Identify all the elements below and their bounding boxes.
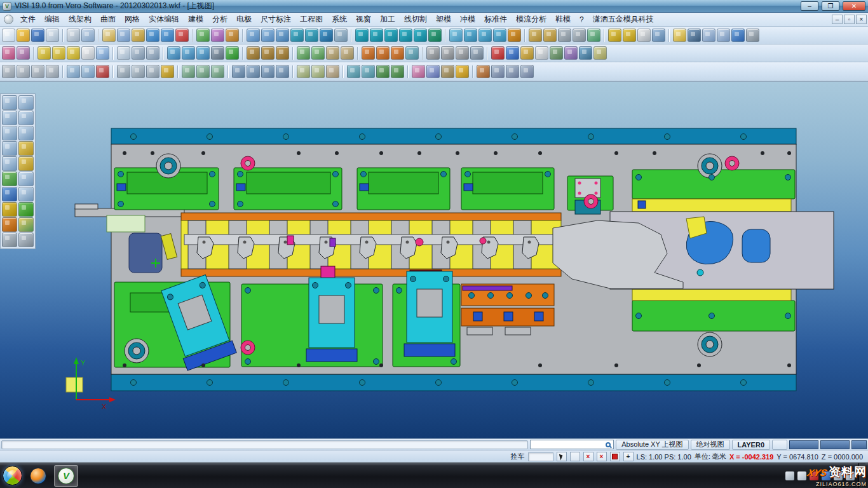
update-tray-icon[interactable] <box>822 471 831 480</box>
heal-geometry-icon[interactable] <box>376 65 390 78</box>
standard-screw-icon[interactable] <box>426 46 440 60</box>
render-icon[interactable] <box>456 65 469 78</box>
mold-cavity-icon[interactable] <box>297 46 310 60</box>
electrode-icon[interactable] <box>2 46 15 60</box>
search-box[interactable] <box>530 440 614 449</box>
erase-icon[interactable] <box>18 126 34 140</box>
absolute-view-button[interactable]: 绝对视图 <box>691 440 730 450</box>
menu-item-5[interactable]: 实体编辑 <box>144 12 184 27</box>
start-button[interactable] <box>3 466 22 485</box>
face-move-icon[interactable] <box>31 65 44 78</box>
standard-spring-icon[interactable] <box>456 46 469 60</box>
measure-icon[interactable] <box>608 29 621 42</box>
delete-icon[interactable] <box>175 29 189 42</box>
menu-item-9[interactable]: 尺寸标注 <box>256 12 295 27</box>
boss-icon[interactable] <box>261 65 275 78</box>
menu-item-18[interactable]: 模流分析 <box>512 12 551 27</box>
shaded-view-icon[interactable] <box>320 29 333 42</box>
blank-status-cell[interactable] <box>772 440 787 450</box>
warp-analysis-icon[interactable] <box>520 46 534 60</box>
view-manager-icon[interactable] <box>652 29 665 42</box>
detail-view-icon[interactable] <box>146 46 159 60</box>
select-arrow-icon[interactable] <box>2 156 17 171</box>
library-icon[interactable] <box>564 46 578 60</box>
pan-view-icon[interactable] <box>290 29 304 42</box>
menu-item-4[interactable]: 网格 <box>120 12 144 27</box>
menu-item-0[interactable]: 文件 <box>16 12 40 27</box>
balloon-icon[interactable] <box>96 46 109 60</box>
select-cursor-icon[interactable] <box>557 452 567 461</box>
new-document-icon[interactable] <box>2 29 15 42</box>
mold-core-icon[interactable] <box>311 46 325 60</box>
rotate-view-icon[interactable] <box>305 29 318 42</box>
flow-analysis-icon[interactable] <box>491 46 505 60</box>
menu-item-8[interactable]: 电极 <box>232 12 256 27</box>
boolean-subtract-icon[interactable] <box>573 29 586 42</box>
pocket-icon[interactable] <box>247 65 260 78</box>
mdi-restore-button[interactable]: ▫ <box>844 15 855 24</box>
angular-dimension-icon[interactable] <box>52 46 65 60</box>
background-icon[interactable] <box>688 29 701 42</box>
export-icon[interactable] <box>593 46 607 60</box>
body-scale-icon[interactable] <box>117 65 130 78</box>
pin-icon[interactable] <box>18 233 34 247</box>
hole-wizard-icon[interactable] <box>232 65 245 78</box>
edge-fillet-icon[interactable] <box>67 65 80 78</box>
open-folder-icon[interactable] <box>17 29 30 42</box>
maximize-button[interactable]: ❐ <box>822 1 839 11</box>
lock-ucs-icon[interactable] <box>2 202 17 217</box>
draft-icon[interactable] <box>196 65 210 78</box>
snap-value-field[interactable] <box>528 452 553 461</box>
cad-viewport[interactable]: Y X <box>0 81 868 438</box>
drilling-icon[interactable] <box>211 46 224 60</box>
finishing-icon[interactable] <box>196 46 210 60</box>
face-delete-icon[interactable] <box>17 65 30 78</box>
arc-icon[interactable] <box>399 29 412 42</box>
face-edit-icon[interactable] <box>2 65 15 78</box>
menu-item-14[interactable]: 线切割 <box>400 12 431 27</box>
cancel-cross-icon[interactable]: × <box>583 452 593 461</box>
database-icon[interactable] <box>550 46 563 60</box>
print-preview-icon[interactable] <box>81 29 95 42</box>
ruled-surface-icon[interactable] <box>464 29 477 42</box>
command-prompt-field[interactable] <box>1 440 528 449</box>
undo-icon[interactable] <box>146 29 159 42</box>
thread-icon[interactable] <box>276 65 289 78</box>
move-body-icon[interactable] <box>506 65 519 78</box>
wire-profile-icon[interactable] <box>261 46 275 60</box>
menu-item-15[interactable]: 塑模 <box>431 12 456 27</box>
doc-info-icon[interactable] <box>18 172 34 186</box>
taskbar-visi-button[interactable]: V <box>54 465 78 487</box>
surface-patch-icon[interactable] <box>18 156 34 171</box>
menu-item-13[interactable]: 加工 <box>376 12 400 27</box>
menu-item-11[interactable]: 系统 <box>327 12 351 27</box>
measure-distance-icon[interactable] <box>2 126 17 140</box>
rectangle-icon[interactable] <box>414 29 427 42</box>
menu-item-20[interactable]: ? <box>575 13 588 26</box>
menu-item-6[interactable]: 建模 <box>184 12 208 27</box>
note-text-icon[interactable] <box>81 46 95 60</box>
body-split-icon[interactable] <box>161 65 174 78</box>
menu-item-3[interactable]: 曲面 <box>96 12 120 27</box>
linear-dimension-icon[interactable] <box>37 46 51 60</box>
circle-icon[interactable] <box>384 29 398 42</box>
wire-4axis-icon[interactable] <box>276 46 289 60</box>
die-set-icon[interactable] <box>391 46 404 60</box>
menu-item-7[interactable]: 分析 <box>208 12 232 27</box>
trimmed-surface-icon[interactable] <box>508 29 521 42</box>
menu-item-2[interactable]: 线架构 <box>64 12 96 27</box>
suppress-icon[interactable] <box>326 65 339 78</box>
mdi-minimize-button[interactable]: – <box>832 15 843 24</box>
leaf-tool-icon[interactable] <box>18 202 34 217</box>
calculator-icon[interactable] <box>717 29 730 42</box>
zoom-window-icon[interactable] <box>247 29 260 42</box>
toolpath-icon[interactable] <box>167 46 180 60</box>
help-icon[interactable] <box>731 29 745 42</box>
selection-icon[interactable] <box>102 29 116 42</box>
simulate-icon[interactable] <box>226 46 239 60</box>
filter-icon[interactable] <box>226 29 239 42</box>
snap-checkbox-icon[interactable]: × <box>597 452 607 461</box>
cylinder-solid-icon[interactable] <box>543 29 557 42</box>
layers-icon[interactable] <box>196 29 210 42</box>
align-icon[interactable] <box>520 65 534 78</box>
